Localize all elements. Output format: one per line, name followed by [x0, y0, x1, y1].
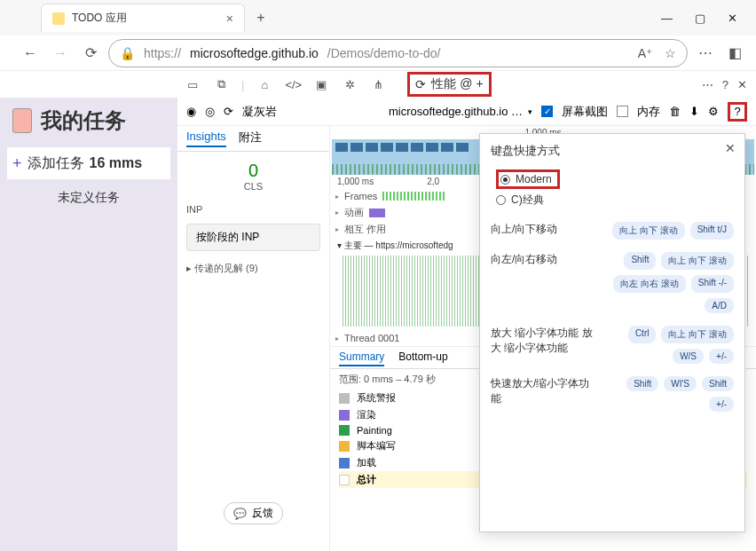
key-chip: Shift -/- [691, 275, 734, 293]
back-icon[interactable]: ← [18, 41, 43, 66]
sources-icon[interactable]: ✲ [342, 78, 358, 91]
reload-analyze-label: 凝灰岩 [242, 104, 277, 120]
feedback-label: 反馈 [252, 506, 273, 521]
key-chip: +/- [709, 349, 734, 364]
summary-name: 系统警报 [357, 391, 419, 405]
inp-label: INP [186, 204, 202, 215]
add-task-label: 添加任务 [28, 154, 84, 173]
memory-checkbox[interactable] [617, 106, 628, 117]
record-icon[interactable]: ◉ [186, 105, 196, 118]
shortcut-section: 放大 缩小字体功能 放大 缩小字体功能Ctrl向上 向下 滚动W/S+/- [491, 326, 734, 364]
home-icon[interactable]: ⌂ [256, 78, 272, 91]
reload-analyze-icon[interactable]: ⟳ [224, 105, 233, 118]
performance-tab[interactable]: ⟳ 性能 @ + [407, 72, 491, 97]
clipboard-icon [12, 108, 32, 133]
tab-insights[interactable]: Insights [186, 130, 226, 147]
popup-title: 键盘快捷方式 [491, 143, 734, 159]
key-chip: 向上 向下 滚动 [661, 252, 734, 270]
tab-annotations[interactable]: 附注 [239, 130, 262, 147]
shortcut-section: 向左/向右移动Shift向上 向下 滚动向左 向右 滚动Shift -/-A/D [491, 252, 734, 313]
screenshot-checkbox[interactable]: ✓ [541, 106, 553, 117]
shortcut-keys: ShiftWI'SShift+/- [597, 376, 734, 412]
maximize-icon[interactable]: ▢ [695, 12, 705, 25]
cls-value: 0 [177, 161, 329, 181]
delete-icon[interactable]: 🗑 [669, 105, 681, 118]
browser-tab[interactable]: TODO 应用 × [41, 4, 245, 32]
popup-close-icon[interactable]: ✕ [725, 141, 736, 155]
inp-by-phase-button[interactable]: 按阶段的 INP [186, 224, 320, 251]
add-task-row[interactable]: + 添加任务 16 mms [7, 147, 170, 179]
radio-classic-label: C)经典 [511, 193, 544, 208]
address-bar[interactable]: 🔒 https://microsoftedge.github.io/Demos/… [108, 39, 688, 67]
radio-modern-row[interactable]: Modern [491, 168, 734, 191]
address-bar-row: ← → ⟳ 🔒 https://microsoftedge.github.io/… [0, 35, 756, 71]
memory-label: 内存 [637, 104, 660, 120]
ruler-2000: 2,0 [427, 177, 439, 186]
key-chip: 向上 向下 滚动 [612, 222, 685, 240]
download-icon[interactable]: ⬇ [689, 105, 699, 118]
key-chip: WI'S [664, 376, 697, 391]
favorite-icon[interactable]: ☆ [665, 46, 676, 60]
device-icon[interactable]: ⧉ [213, 77, 229, 91]
url-host: microsoftedge.github.io [190, 46, 319, 60]
new-tab-button[interactable]: + [248, 5, 273, 30]
more-icon[interactable]: ⋯ [693, 44, 718, 61]
key-chip: Shift [626, 376, 658, 391]
window-titlebar: TODO 应用 × + — ▢ ✕ [0, 0, 756, 35]
key-chip: Shift [702, 376, 734, 391]
key-chip: A/D [705, 298, 734, 313]
reader-icon[interactable]: A⁺ [638, 46, 652, 60]
chat-icon: 💬 [233, 508, 247, 520]
site-dropdown[interactable]: microsoftedge.github.io … [389, 105, 523, 118]
summary-name: 脚本编写 [357, 439, 419, 453]
shortcut-section: 向上/向下移动向上 向下 滚动Shift t/J [491, 222, 734, 240]
console-icon[interactable]: ▣ [313, 78, 329, 91]
radio-modern-label: Modern [516, 173, 552, 185]
key-chip: W/S [673, 349, 704, 364]
demo-heading-text: 我的任务 [41, 106, 126, 135]
record-outer-icon[interactable]: ◎ [205, 105, 215, 118]
minimize-icon[interactable]: — [661, 12, 673, 25]
tab-bottom-up[interactable]: Bottom-up [398, 350, 447, 366]
inspect-icon[interactable]: ▭ [185, 78, 201, 91]
swatch [339, 441, 350, 452]
gauge-icon: ⟳ [415, 77, 426, 91]
summary-name: 加载 [357, 456, 419, 469]
settings-icon[interactable] [708, 105, 719, 118]
devtools-more-icon[interactable]: ⋯ [702, 78, 713, 91]
tab-summary[interactable]: Summary [339, 350, 384, 366]
shortcuts-popup: ✕ 键盘快捷方式 Modern C)经典 向上/向下移动向上 向下 滚动Shif… [479, 133, 745, 532]
close-window-icon[interactable]: ✕ [728, 12, 737, 25]
devtools-help-icon[interactable]: ? [722, 78, 728, 91]
shortcut-section: 快速放大/缩小字体功能ShiftWI'SShift+/- [491, 376, 734, 412]
radio-classic[interactable] [496, 195, 506, 205]
elements-icon[interactable]: </> [285, 78, 301, 91]
shortcut-label: 向左/向右移动 [491, 252, 597, 313]
key-chip: 向左 向右 滚动 [613, 275, 686, 293]
shortcuts-help-button[interactable]: ? [728, 102, 747, 122]
swatch [339, 458, 350, 468]
key-chip: 向上 向下 滚动 [661, 326, 734, 343]
summary-name: Painting [357, 425, 419, 436]
demo-heading: 我的任务 [7, 106, 170, 135]
swatch [339, 410, 350, 421]
url-path: /Demos/demo-to-do/ [327, 46, 441, 60]
summary-name: 渲染 [357, 408, 419, 421]
close-tab-icon[interactable]: × [226, 12, 233, 26]
devtools-close-icon[interactable]: ✕ [737, 78, 747, 91]
radio-classic-row[interactable]: C)经典 [491, 191, 734, 209]
swatch [339, 393, 350, 404]
add-task-time: 16 mms [90, 155, 143, 171]
cls-metric: 0 CLS [177, 152, 329, 201]
demo-app-panel: 我的任务 + 添加任务 16 mms 未定义任务 [0, 98, 177, 551]
radio-modern[interactable] [500, 175, 510, 185]
reload-icon[interactable]: ⟳ [78, 41, 103, 66]
feedback-button[interactable]: 💬 反馈 [224, 502, 283, 524]
devtools-toolbar: ▭ ⧉ | ⌂ </> ▣ ✲ ⋔ ⟳ 性能 @ + ⋯ ? ✕ [0, 71, 756, 98]
cls-label: CLS [177, 181, 329, 192]
sidebar-icon[interactable]: ◧ [723, 44, 747, 61]
passed-insights[interactable]: ▸ 传递的见解 (9) [177, 256, 329, 280]
key-chip: Shift t/J [690, 222, 734, 240]
network-icon[interactable]: ⋔ [370, 78, 386, 91]
url-scheme: https:// [144, 46, 181, 60]
